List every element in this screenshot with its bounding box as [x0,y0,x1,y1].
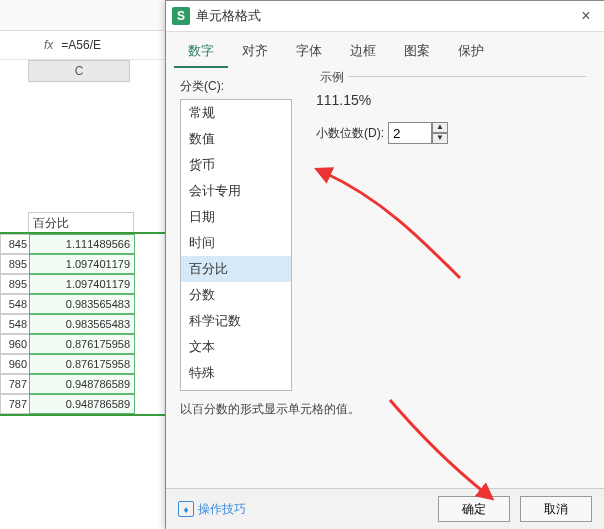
category-item[interactable]: 分数 [181,282,291,308]
category-item[interactable]: 时间 [181,230,291,256]
cell-col-b[interactable]: 960 [0,354,29,374]
close-icon[interactable]: × [568,7,604,25]
formula-input[interactable]: =A56/E [61,38,101,52]
dialog-footer: ♦ 操作技巧 确定 取消 [166,488,604,529]
category-item[interactable]: 日期 [181,204,291,230]
selected-range[interactable]: 8451.1114895668951.0974011798951.0974011… [0,234,170,414]
cell-col-c[interactable]: 0.876175958 [29,354,135,374]
spinner-up-icon[interactable]: ▲ [432,122,448,133]
cell-col-b[interactable]: 845 [0,234,29,254]
cell-col-c[interactable]: 0.983565483 [29,314,135,334]
name-box[interactable] [6,36,36,54]
category-list[interactable]: 常规数值货币会计专用日期时间百分比分数科学记数文本特殊自定义 [180,99,292,391]
cell-col-b[interactable]: 787 [0,374,29,394]
cell-col-c[interactable]: 1.097401179 [29,274,135,294]
category-item[interactable]: 文本 [181,334,291,360]
tab-2[interactable]: 字体 [282,36,336,68]
category-item[interactable]: 自定义 [181,386,291,391]
cell-col-b[interactable]: 548 [0,314,29,334]
cell-col-b[interactable]: 895 [0,254,29,274]
category-item[interactable]: 百分比 [181,256,291,282]
dialog-tabs: 数字对齐字体边框图案保护 [166,32,604,68]
ok-button[interactable]: 确定 [438,496,510,522]
decimal-places-input[interactable] [388,122,432,144]
column-header-c[interactable]: C [28,60,130,82]
app-icon: S [172,7,190,25]
fx-icon[interactable]: fx [44,38,53,52]
spinner-down-icon[interactable]: ▼ [432,133,448,144]
cell-col-c[interactable]: 1.111489566 [29,234,135,254]
cell-col-b[interactable]: 960 [0,334,29,354]
tab-4[interactable]: 图案 [390,36,444,68]
tips-label: 操作技巧 [198,501,246,518]
format-description: 以百分数的形式显示单元格的值。 [180,401,360,418]
category-item[interactable]: 数值 [181,126,291,152]
category-item[interactable]: 特殊 [181,360,291,386]
tab-0[interactable]: 数字 [174,36,228,68]
cell-col-c[interactable]: 0.948786589 [29,394,135,414]
decimal-places-label: 小数位数(D): [316,125,384,142]
cell-col-c[interactable]: 0.876175958 [29,334,135,354]
category-item[interactable]: 常规 [181,100,291,126]
cell-col-b[interactable]: 787 [0,394,29,414]
category-item[interactable]: 会计专用 [181,178,291,204]
category-item[interactable]: 科学记数 [181,308,291,334]
tab-3[interactable]: 边框 [336,36,390,68]
decimal-spinner[interactable]: ▲ ▼ [432,122,448,144]
tab-1[interactable]: 对齐 [228,36,282,68]
cell-col-c[interactable]: 0.983565483 [29,294,135,314]
cell-header[interactable]: 百分比 [28,212,134,234]
cancel-button[interactable]: 取消 [520,496,592,522]
tips-link[interactable]: ♦ 操作技巧 [178,501,246,518]
sample-label: 示例 [316,69,348,86]
sample-value: 111.15% [316,92,586,108]
tab-5[interactable]: 保护 [444,36,498,68]
tips-icon: ♦ [178,501,194,517]
cell-col-c[interactable]: 0.948786589 [29,374,135,394]
worksheet-fragment: C 百分比 8451.1114895668951.0974011798951.0… [0,60,170,414]
sample-group: 示例 111.15% [316,76,586,108]
cell-col-b[interactable]: 895 [0,274,29,294]
cell-col-c[interactable]: 1.097401179 [29,254,135,274]
format-cells-dialog: S 单元格格式 × 数字对齐字体边框图案保护 分类(C): 常规数值货币会计专用… [165,0,604,529]
dialog-title: 单元格格式 [196,7,568,25]
cell-col-b[interactable]: 548 [0,294,29,314]
dialog-titlebar: S 单元格格式 × [166,1,604,32]
category-item[interactable]: 货币 [181,152,291,178]
